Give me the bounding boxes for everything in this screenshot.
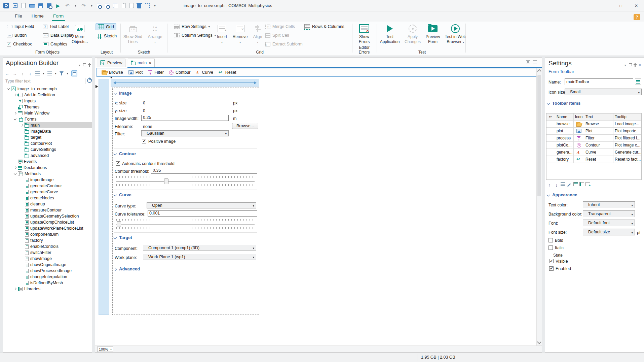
add-menu-item-icon[interactable]: [579, 182, 584, 186]
tree-chevron-icon[interactable]: [20, 219, 24, 225]
panel-pin-icon[interactable]: [635, 63, 636, 67]
move-down-icon[interactable]: [28, 71, 33, 76]
filter-caret-icon[interactable]: [66, 71, 69, 76]
more-objects-button[interactable]: More Objects ▾: [69, 23, 91, 45]
show-grid-lines-button[interactable]: Show Grid Lines: [122, 23, 144, 44]
undo-caret-icon[interactable]: [74, 3, 77, 8]
collapse-caret-icon[interactable]: [54, 71, 57, 76]
tree-chevron-icon[interactable]: [13, 98, 17, 104]
tab-main[interactable]: main: [128, 59, 155, 67]
visible-checkbox[interactable]: [549, 259, 554, 263]
auto-contour-checkbox[interactable]: [116, 161, 120, 166]
tree-chevron-icon[interactable]: [20, 153, 24, 159]
rows-columns-button[interactable]: Rows & Columns: [304, 23, 345, 30]
tree-item[interactable]: updateGeometrySelection: [3, 213, 92, 219]
filter-combobox[interactable]: Gaussian: [141, 130, 229, 136]
help-button[interactable]: ?: [634, 14, 640, 20]
nav-back-icon[interactable]: [4, 71, 10, 76]
duplicate-icon[interactable]: [129, 3, 134, 8]
tree-item[interactable]: Forms: [3, 116, 92, 122]
input-field-button[interactable]: Input Field: [6, 23, 35, 30]
tree-chevron-icon[interactable]: [20, 250, 24, 256]
tree-item[interactable]: Declarations: [3, 165, 92, 171]
expand-caret-icon[interactable]: [42, 71, 45, 76]
scroll-up-icon[interactable]: [537, 69, 541, 73]
go-to-source-icon[interactable]: [635, 78, 641, 85]
table-row[interactable]: plotCo... Contour Plot image c...: [546, 142, 641, 149]
image-width-input[interactable]: 0.25: [141, 115, 229, 121]
move-up-icon[interactable]: [20, 71, 25, 76]
tree-item[interactable]: curveSettings: [3, 146, 92, 153]
tree-filter-input[interactable]: [4, 78, 85, 84]
curve-tolerance-slider[interactable]: [116, 224, 255, 225]
tab-file[interactable]: File: [10, 11, 27, 22]
tree-item[interactable]: componentDim: [3, 231, 92, 237]
tree-item[interactable]: generateCurve: [3, 189, 92, 195]
collapse-all-icon[interactable]: [47, 71, 52, 75]
tab-preview[interactable]: Preview: [97, 59, 125, 67]
font-combobox[interactable]: Default font: [583, 220, 635, 226]
extract-subform-button[interactable]: Extract Subform: [265, 40, 303, 48]
move-down-icon[interactable]: [554, 182, 559, 188]
plot-button[interactable]: Plot: [126, 68, 146, 76]
panel-menu-caret-icon[interactable]: [79, 62, 80, 67]
tree-item[interactable]: isDefinedByMesh: [3, 280, 92, 286]
tree-item[interactable]: contourPlot: [3, 140, 92, 146]
undo-icon[interactable]: [65, 3, 70, 8]
tab-form[interactable]: Form: [48, 11, 69, 22]
tree-item[interactable]: Libraries: [3, 286, 92, 292]
expand-all-icon[interactable]: [35, 71, 40, 75]
add-item-icon[interactable]: [561, 182, 565, 186]
panel-float-icon[interactable]: [629, 63, 632, 66]
grid-row-header[interactable]: [99, 79, 109, 315]
panel-pin-icon[interactable]: [89, 63, 90, 67]
tree-item[interactable]: importImage: [3, 177, 92, 183]
tree-chevron-icon[interactable]: [20, 183, 24, 189]
background-color-combobox[interactable]: Transparent: [583, 210, 635, 217]
reset-button[interactable]: Reset: [216, 68, 239, 76]
select-icon[interactable]: [145, 3, 150, 8]
slider-handle[interactable]: [117, 221, 121, 227]
tree-chevron-icon[interactable]: [20, 280, 24, 286]
tree-item[interactable]: showImage: [3, 256, 92, 262]
zoom-control[interactable]: 100% ▾: [97, 347, 113, 352]
refresh-icon[interactable]: [87, 78, 92, 83]
enabled-checkbox[interactable]: [549, 266, 554, 271]
tree-chevron-icon[interactable]: [20, 122, 24, 128]
tree-item[interactable]: switchFilter: [3, 250, 92, 256]
italic-checkbox[interactable]: [548, 245, 553, 250]
add-separator-icon[interactable]: [585, 182, 590, 186]
table-row[interactable]: factory Reset Reset to fact...: [546, 156, 641, 163]
bold-checkbox[interactable]: [548, 238, 553, 242]
save-as-icon[interactable]: [47, 3, 51, 8]
tree-chevron-icon[interactable]: [13, 104, 17, 110]
work-plane-combobox[interactable]: Work Plane 1 (wp1): [143, 254, 256, 260]
tree-chevron-icon[interactable]: [20, 140, 24, 146]
nav-forward-icon[interactable]: [12, 71, 17, 76]
tree-item[interactable]: showProcessedImage: [3, 268, 92, 274]
tree-item[interactable]: main: [3, 122, 92, 128]
tree-item[interactable]: createNodes: [3, 195, 92, 201]
show-errors-button[interactable]: Show Errors: [353, 23, 375, 44]
delete-icon[interactable]: [137, 4, 141, 8]
section-appearance[interactable]: Appearance: [547, 192, 577, 197]
form-design-surface[interactable]: Image x: size 0 px y: size 0 px Image wi…: [95, 77, 536, 345]
preview-icon[interactable]: [97, 3, 101, 8]
tree-chevron-icon[interactable]: [20, 128, 24, 134]
tree-chevron-icon[interactable]: [13, 159, 17, 165]
component-combobox[interactable]: Component 1 (comp1) (3D): [143, 245, 256, 251]
positive-image-checkbox[interactable]: [142, 139, 146, 143]
tree-chevron-icon[interactable]: [20, 146, 24, 153]
tree-chevron-icon[interactable]: [13, 171, 17, 177]
tree-chevron-icon[interactable]: [20, 207, 24, 213]
close-button[interactable]: ✕: [629, 0, 644, 11]
new-file-icon[interactable]: [22, 3, 26, 8]
tree-chevron-icon[interactable]: [20, 256, 24, 262]
icon-size-combobox[interactable]: Small: [565, 89, 642, 95]
redo-caret-icon[interactable]: [90, 3, 93, 8]
apply-changes-button[interactable]: Apply Changes: [402, 23, 424, 44]
tree-chevron-icon[interactable]: [20, 195, 24, 201]
panel-menu-caret-icon[interactable]: [624, 62, 626, 67]
tree-item[interactable]: advanced: [3, 153, 92, 159]
section-contour[interactable]: Contour: [114, 151, 136, 156]
